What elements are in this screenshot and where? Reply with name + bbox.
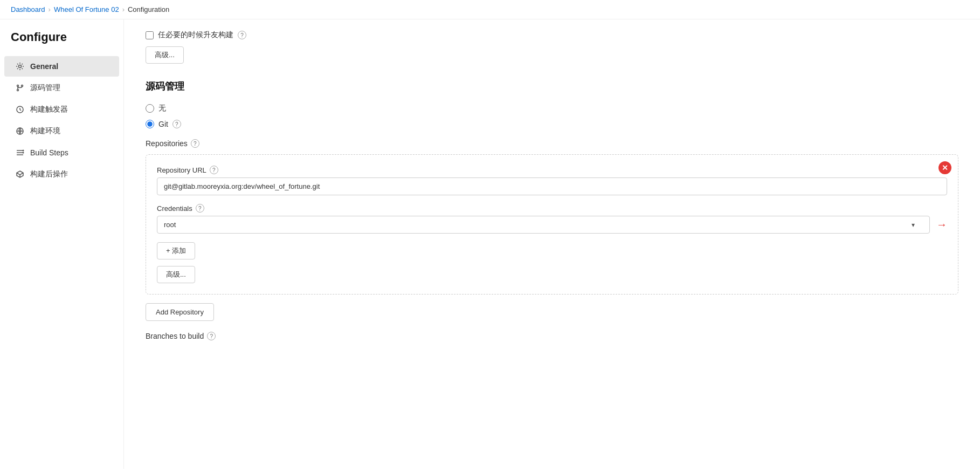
radio-none-label: 无: [158, 104, 166, 113]
credentials-label: Credentials: [157, 204, 192, 213]
top-section: 任必要的时候升友构建 ? 高级...: [146, 30, 958, 64]
branches-help-icon[interactable]: ?: [207, 332, 216, 340]
credentials-select-wrapper: root ▾ →: [157, 216, 947, 234]
branch-icon: [15, 83, 25, 93]
main-content: 任必要的时候升友构建 ? 高级... 源码管理 无 Git ?: [124, 19, 980, 469]
clock-icon: [15, 105, 25, 114]
checkbox-row: 任必要的时候升友构建 ?: [146, 30, 958, 40]
radio-git-label: Git: [158, 120, 168, 128]
repo-close-button[interactable]: ✕: [938, 161, 951, 174]
sidebar-label-env: 构建环境: [30, 126, 60, 136]
svg-point-2: [17, 90, 19, 91]
sidebar-label-scm: 源码管理: [30, 83, 60, 93]
repositories-label: Repositories: [146, 139, 188, 148]
radio-git[interactable]: [146, 120, 154, 128]
sidebar-item-env[interactable]: 构建环境: [4, 121, 119, 141]
credentials-field: Credentials ? root ▾ →: [157, 204, 947, 234]
repo-url-help-icon[interactable]: ?: [210, 166, 218, 174]
repo-card: ✕ Repository URL ? Credentials ?: [146, 154, 958, 295]
add-repository-button[interactable]: Add Repository: [146, 303, 214, 321]
sidebar-item-build-steps[interactable]: Build Steps: [4, 142, 119, 163]
credentials-select[interactable]: root: [157, 216, 930, 234]
repo-url-label: Repository URL: [157, 166, 206, 174]
credentials-label-row: Credentials ?: [157, 204, 947, 213]
cube-icon: [15, 169, 25, 179]
top-advanced-button[interactable]: 高级...: [146, 46, 184, 64]
breadcrumb-project[interactable]: Wheel Of Fortune 02: [54, 5, 119, 13]
svg-point-3: [22, 85, 23, 87]
scm-section-title: 源码管理: [146, 80, 958, 93]
breadcrumb-current: Configuration: [128, 5, 169, 13]
repo-url-field: Repository URL ?: [157, 166, 947, 195]
svg-point-0: [19, 65, 22, 68]
git-help-icon[interactable]: ?: [172, 120, 181, 128]
sidebar-label-post-build: 构建后操作: [30, 169, 68, 179]
checkbox-label: 任必要的时候升友构建: [158, 30, 233, 40]
svg-point-10: [23, 152, 24, 154]
sidebar-item-post-build[interactable]: 构建后操作: [4, 164, 119, 184]
sidebar-item-general[interactable]: General: [4, 56, 119, 77]
sidebar-item-triggers[interactable]: 构建触发器: [4, 99, 119, 120]
sidebar-item-scm[interactable]: 源码管理: [4, 78, 119, 98]
arrow-right-icon: →: [936, 218, 947, 231]
sidebar-label-triggers: 构建触发器: [30, 105, 68, 114]
repositories-help-icon[interactable]: ?: [191, 139, 199, 148]
radio-item-none: 无: [146, 104, 958, 113]
sidebar-label-general: General: [30, 62, 58, 71]
breadcrumb: Dashboard › Wheel Of Fortune 02 › Config…: [0, 0, 980, 19]
scm-section: 源码管理 无 Git ? Repositories ? ✕: [146, 80, 958, 340]
globe-icon: [15, 126, 25, 136]
breadcrumb-sep-2: ›: [122, 5, 125, 13]
sidebar-title: Configure: [0, 30, 123, 55]
necessary-checkbox[interactable]: [146, 31, 154, 39]
repo-advanced-button[interactable]: 高级...: [157, 266, 195, 283]
radio-item-git: Git ?: [146, 120, 958, 128]
breadcrumb-sep-1: ›: [49, 5, 51, 13]
radio-none[interactable]: [146, 104, 154, 113]
svg-point-9: [23, 150, 24, 152]
repositories-label-row: Repositories ?: [146, 139, 958, 148]
repo-url-label-row: Repository URL ?: [157, 166, 947, 174]
branches-label: Branches to build: [146, 332, 204, 340]
svg-point-1: [17, 85, 19, 87]
branches-label-row: Branches to build ?: [146, 332, 958, 340]
scm-radio-group: 无 Git ?: [146, 104, 958, 128]
sidebar: Configure General 源码管理: [0, 19, 124, 469]
checkbox-help-icon[interactable]: ?: [238, 31, 246, 39]
gear-icon: [15, 61, 25, 71]
sidebar-label-build-steps: Build Steps: [30, 148, 68, 157]
add-credential-button[interactable]: + 添加: [157, 242, 195, 259]
credentials-help-icon[interactable]: ?: [196, 204, 204, 213]
page-layout: Configure General 源码管理: [0, 19, 980, 469]
breadcrumb-dashboard[interactable]: Dashboard: [11, 5, 45, 13]
list-icon: [15, 148, 25, 158]
repo-url-input[interactable]: [157, 177, 947, 195]
